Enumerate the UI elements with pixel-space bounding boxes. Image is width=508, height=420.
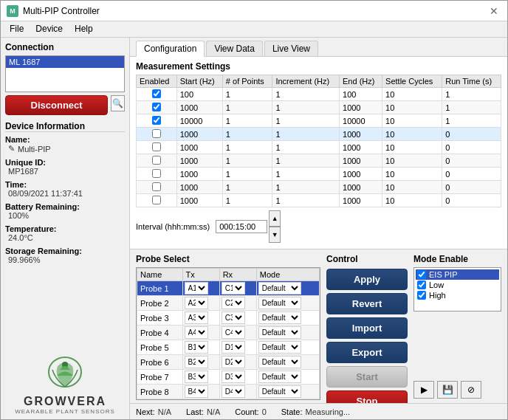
probe-rx-select[interactable]: C1C2C3C4D1D2D3D4 [222, 356, 245, 368]
mode-cancel-button[interactable]: ⊘ [461, 381, 481, 399]
mode-checkbox[interactable] [417, 280, 426, 289]
probe-tx-select[interactable]: A1A2A3A4B1B2B3B4 [185, 341, 208, 354]
probe-mode-cell: Default Mode 1 Mode 2 [256, 281, 319, 296]
meas-enabled-cell[interactable] [137, 154, 177, 168]
interval-input[interactable] [216, 220, 267, 233]
probe-rx-select[interactable]: C1C2C3C4D1D2D3D4 [222, 385, 245, 398]
meas-start-cell: 1000 [176, 168, 222, 181]
probe-row[interactable]: Probe 1 A1A2A3A4B1B2B3B4 C1C2C3C4D1D2D3D… [137, 281, 320, 296]
probe-row[interactable]: Probe 8 A1A2A3A4B1B2B3B4 C1C2C3C4D1D2D3D… [137, 385, 320, 399]
meas-enabled-cell[interactable] [137, 101, 177, 114]
close-button[interactable]: ✕ [487, 4, 501, 18]
connection-list[interactable]: ML 1687 [5, 55, 125, 92]
mode-item[interactable]: EIS PIP [416, 269, 499, 280]
mode-checkbox[interactable] [417, 270, 426, 279]
meas-enabled-cell[interactable] [137, 194, 177, 207]
probe-row[interactable]: Probe 4 A1A2A3A4B1B2B3B4 C1C2C3C4D1D2D3D… [137, 326, 320, 340]
col-points: # of Points [222, 75, 272, 88]
meas-row[interactable]: 1000 1 1 1000 10 1 [137, 101, 501, 114]
meas-enabled-cell[interactable] [137, 141, 177, 154]
probe-rx-select[interactable]: C1C2C3C4D1D2D3D4 [222, 371, 245, 383]
probe-mode-select[interactable]: Default Mode 1 Mode 2 [258, 311, 301, 324]
probe-tx-select[interactable]: A1A2A3A4B1B2B3B4 [185, 311, 208, 324]
tab-live-view[interactable]: Live View [264, 41, 318, 56]
probe-mode-select[interactable]: Default Mode 1 Mode 2 [258, 282, 301, 295]
meas-enabled-checkbox[interactable] [152, 116, 161, 125]
meas-enabled-cell[interactable] [137, 181, 177, 194]
import-button[interactable]: Import [326, 317, 408, 339]
meas-enabled-cell[interactable] [137, 128, 177, 141]
meas-enabled-checkbox[interactable] [152, 169, 161, 178]
battery-row: Battery Remaining: 100% [5, 202, 125, 220]
meas-enabled-checkbox[interactable] [152, 89, 161, 98]
time-label: Time: [5, 180, 125, 189]
disconnect-button[interactable]: Disconnect [5, 95, 108, 115]
export-button[interactable]: Export [326, 342, 408, 363]
meas-enabled-checkbox[interactable] [152, 156, 161, 165]
mode-save-button[interactable]: 💾 [437, 381, 458, 399]
revert-button[interactable]: Revert [326, 293, 408, 314]
probe-tx-select[interactable]: A1A2A3A4B1B2B3B4 [185, 356, 208, 368]
interval-down-button[interactable]: ▼ [269, 227, 281, 243]
stop-button[interactable]: Stop [326, 390, 408, 403]
meas-enabled-cell[interactable] [137, 168, 177, 181]
next-value: N/A [158, 407, 171, 416]
meas-row[interactable]: 100 1 1 100 10 1 [137, 88, 501, 101]
probe-row[interactable]: Probe 3 A1A2A3A4B1B2B3B4 C1C2C3C4D1D2D3D… [137, 311, 320, 326]
meas-start-cell: 1000 [176, 141, 222, 154]
probe-tx-select[interactable]: A1A2A3A4B1B2B3B4 [185, 326, 208, 339]
probe-rx-select[interactable]: C1C2C3C4D1D2D3D4 [222, 326, 245, 339]
probe-mode-select[interactable]: Default Mode 1 Mode 2 [258, 341, 301, 354]
interval-up-button[interactable]: ▲ [269, 210, 281, 227]
tab-configuration[interactable]: Configuration [136, 41, 205, 57]
meas-enabled-checkbox[interactable] [152, 182, 161, 191]
meas-row[interactable]: 1000 1 1 1000 10 0 [137, 141, 501, 154]
control-title: Control [326, 254, 408, 264]
tab-view-data[interactable]: View Data [206, 41, 262, 56]
connection-item[interactable]: ML 1687 [6, 56, 124, 68]
probe-rx-select[interactable]: C1C2C3C4D1D2D3D4 [222, 297, 245, 309]
search-button[interactable]: 🔍 [111, 95, 125, 111]
probe-mode-select[interactable]: Default Mode 1 Mode 2 [258, 385, 301, 398]
meas-enabled-checkbox[interactable] [152, 196, 161, 204]
probe-tx-select[interactable]: A1A2A3A4B1B2B3B4 [185, 282, 208, 295]
probe-row[interactable]: Probe 6 A1A2A3A4B1B2B3B4 C1C2C3C4D1D2D3D… [137, 355, 320, 370]
probe-rx-select[interactable]: C1C2C3C4D1D2D3D4 [222, 311, 245, 324]
probe-tx-select[interactable]: A1A2A3A4B1B2B3B4 [185, 371, 208, 383]
meas-row[interactable]: 1000 1 1 1000 10 0 [137, 154, 501, 168]
probe-mode-select[interactable]: Default Mode 1 Mode 2 [258, 356, 301, 368]
meas-enabled-cell[interactable] [137, 114, 177, 128]
menu-help[interactable]: Help [69, 23, 99, 35]
meas-start-cell: 1000 [176, 194, 222, 207]
mode-item[interactable]: Low [416, 280, 499, 290]
menu-file[interactable]: File [4, 23, 30, 35]
probe-tx-select[interactable]: A1A2A3A4B1B2B3B4 [185, 385, 208, 398]
mode-checkbox[interactable] [417, 291, 426, 300]
probe-mode-select[interactable]: Default Mode 1 Mode 2 [258, 297, 301, 309]
mode-item[interactable]: High [416, 290, 499, 300]
probe-rx-cell: C1C2C3C4D1D2D3D4 [219, 326, 256, 340]
meas-row[interactable]: 1000 1 1 1000 10 0 [137, 128, 501, 141]
menu-device[interactable]: Device [30, 23, 69, 35]
meas-row[interactable]: 10000 1 1 10000 10 1 [137, 114, 501, 128]
probe-row[interactable]: Probe 5 A1A2A3A4B1B2B3B4 C1C2C3C4D1D2D3D… [137, 340, 320, 355]
probe-rx-select[interactable]: C1C2C3C4D1D2D3D4 [222, 282, 245, 295]
probe-row[interactable]: Probe 7 A1A2A3A4B1B2B3B4 C1C2C3C4D1D2D3D… [137, 370, 320, 385]
meas-row[interactable]: 1000 1 1 1000 10 0 [137, 168, 501, 181]
meas-enabled-checkbox[interactable] [152, 129, 161, 138]
mode-export-button[interactable]: ▶ [413, 381, 434, 399]
storage-value: 99.966% [5, 255, 125, 264]
meas-enabled-checkbox[interactable] [152, 142, 161, 151]
meas-enabled-cell[interactable] [137, 88, 177, 101]
probe-rx-select[interactable]: C1C2C3C4D1D2D3D4 [222, 341, 245, 354]
probe-row[interactable]: Probe 2 A1A2A3A4B1B2B3B4 C1C2C3C4D1D2D3D… [137, 296, 320, 311]
mode-label: High [429, 291, 446, 300]
probe-name-cell: Probe 7 [137, 370, 183, 385]
apply-button[interactable]: Apply [326, 269, 408, 290]
meas-row[interactable]: 1000 1 1 1000 10 0 [137, 181, 501, 194]
meas-enabled-checkbox[interactable] [152, 103, 161, 111]
probe-tx-select[interactable]: A1A2A3A4B1B2B3B4 [185, 297, 208, 309]
probe-mode-select[interactable]: Default Mode 1 Mode 2 [258, 371, 301, 383]
probe-mode-select[interactable]: Default Mode 1 Mode 2 [258, 326, 301, 339]
meas-row[interactable]: 1000 1 1 1000 10 0 [137, 194, 501, 207]
